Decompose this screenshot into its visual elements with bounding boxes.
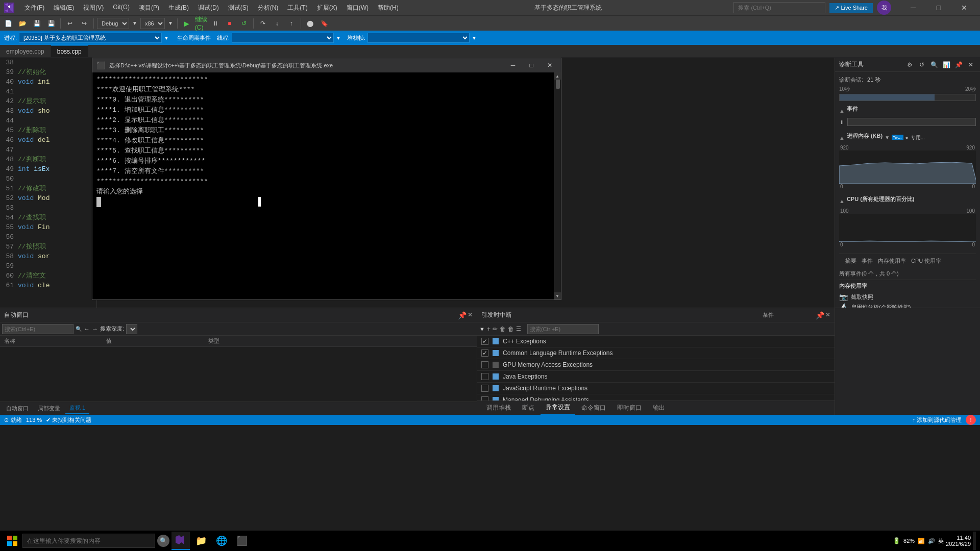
show-desktop-btn[interactable]: [973, 532, 976, 550]
bp-pin-icon[interactable]: 📌: [816, 311, 824, 319]
bp-check-gpu[interactable]: [481, 361, 488, 368]
step-out-button[interactable]: ↑: [285, 17, 298, 30]
taskbar-ie-icon[interactable]: 🌐: [212, 532, 231, 550]
pause-button[interactable]: ⏸: [209, 17, 222, 30]
stack-dropdown[interactable]: [368, 33, 470, 43]
menu-window[interactable]: 窗口(W): [342, 2, 373, 14]
tab-command[interactable]: 命令窗口: [576, 402, 611, 414]
diag-tab-memory[interactable]: 内存使用率: [876, 256, 908, 266]
diag-pin-icon[interactable]: 📌: [953, 60, 964, 70]
process-dropdown[interactable]: [20980] 基于多态的职工管理系统: [19, 33, 162, 43]
tab-locals[interactable]: 局部变量: [34, 403, 64, 414]
bp-close-icon[interactable]: ✕: [825, 311, 830, 319]
console-scroll-down[interactable]: ▼: [554, 292, 561, 299]
continue-button[interactable]: 继续(C): [195, 17, 207, 30]
diag-search-icon[interactable]: 🔍: [929, 60, 939, 70]
menu-analyze[interactable]: 分析(N): [254, 2, 283, 14]
close-button[interactable]: ✕: [952, 0, 976, 15]
diag-tab-events[interactable]: 事件: [860, 256, 875, 266]
debug-config-dropdown[interactable]: Debug: [97, 18, 129, 29]
bookmark-button[interactable]: 🔖: [318, 17, 331, 30]
notification-icon[interactable]: !: [966, 415, 976, 425]
tab-output[interactable]: 输出: [648, 402, 670, 414]
menu-test[interactable]: 测试(S): [224, 2, 253, 14]
tab-breakpoints[interactable]: 断点: [517, 402, 540, 414]
nav-forward-icon[interactable]: →: [92, 325, 98, 333]
restart-button[interactable]: ↺: [238, 17, 250, 30]
tab-immediate[interactable]: 即时窗口: [612, 402, 647, 414]
no-issues[interactable]: ✔ 未找到相关问题: [46, 416, 91, 424]
console-maximize-btn[interactable]: □: [524, 60, 538, 70]
snapshot-btn[interactable]: 截取快照: [851, 293, 873, 301]
step-into-button[interactable]: ↓: [271, 17, 283, 30]
add-bp-icon[interactable]: +: [487, 325, 491, 333]
arch-dropdown[interactable]: x86: [140, 18, 165, 29]
global-search-input[interactable]: [733, 2, 825, 13]
console-close-btn[interactable]: ✕: [543, 60, 557, 70]
auto-search-input[interactable]: [2, 324, 74, 334]
edit-bp-icon[interactable]: ✏: [493, 325, 498, 333]
start-debug-button[interactable]: ▶: [181, 17, 193, 30]
diag-settings-icon[interactable]: ⚙: [904, 60, 915, 70]
thread-dropdown[interactable]: [232, 33, 334, 43]
delete-all-bp-icon[interactable]: 🗑: [508, 325, 514, 333]
bp-check-js[interactable]: [481, 385, 488, 392]
taskbar-vs-icon[interactable]: [172, 532, 190, 550]
bp-search-input[interactable]: [527, 324, 599, 334]
minimize-button[interactable]: ─: [901, 0, 925, 15]
bp-check-java[interactable]: [481, 373, 488, 380]
diag-chart-icon[interactable]: 📊: [941, 60, 951, 70]
live-share-button[interactable]: ↗ Live Share: [829, 3, 873, 13]
events-pause-btn[interactable]: ⏸: [839, 119, 845, 125]
menu-git[interactable]: Git(G): [109, 2, 134, 14]
heap-analysis-btn[interactable]: 启用堆分析(会影响性能): [851, 304, 911, 308]
tab-auto[interactable]: 自动窗口: [2, 403, 33, 414]
tab-watch1[interactable]: 监视 1: [65, 403, 89, 414]
step-over-button[interactable]: ↷: [257, 17, 269, 30]
bp-check-cpp[interactable]: ✓: [481, 338, 488, 345]
bp-check-mda[interactable]: [481, 396, 488, 400]
console-minimize-btn[interactable]: ─: [506, 60, 520, 70]
auto-pin-icon[interactable]: 📌: [458, 311, 467, 319]
menu-edit[interactable]: 编辑(E): [50, 2, 78, 14]
bp-check-clr[interactable]: ✓: [481, 349, 488, 357]
new-file-button[interactable]: 📄: [2, 17, 14, 30]
menu-debug[interactable]: 调试(D): [194, 2, 223, 14]
tab-boss-cpp[interactable]: boss.cpp: [51, 45, 88, 57]
diag-tab-summary[interactable]: 摘要: [843, 256, 859, 266]
open-folder-button[interactable]: 📂: [16, 17, 29, 30]
depth-dropdown[interactable]: [126, 324, 137, 334]
console-scrollbar[interactable]: [554, 72, 561, 299]
save-button[interactable]: 💾: [31, 17, 43, 30]
taskbar-explorer-icon[interactable]: 📁: [192, 532, 210, 550]
maximize-button[interactable]: □: [927, 0, 950, 15]
menu-project[interactable]: 项目(P): [135, 2, 163, 14]
console-scroll-up[interactable]: ▲: [554, 72, 561, 80]
zoom-level[interactable]: 113 %: [26, 417, 42, 423]
start-button[interactable]: [4, 533, 20, 549]
save-all-button[interactable]: 💾: [45, 17, 57, 30]
menu-build[interactable]: 生成(B): [164, 2, 193, 14]
diag-tab-cpu[interactable]: CPU 使用率: [909, 256, 943, 266]
tab-employee-cpp[interactable]: employee.cpp: [0, 46, 51, 57]
taskbar-terminal-icon[interactable]: ⬛: [233, 532, 251, 550]
menu-help[interactable]: 帮助(H): [374, 2, 403, 14]
diag-refresh-icon[interactable]: ↺: [917, 60, 927, 70]
taskbar-search-icon[interactable]: 🔍: [157, 535, 169, 547]
breakpoint-button[interactable]: ⬤: [304, 17, 316, 30]
nav-back-icon[interactable]: ←: [84, 325, 90, 333]
add-scm-btn[interactable]: ↑ 添加到源代码管理: [912, 416, 962, 424]
menu-extensions[interactable]: 扩展(X): [313, 2, 341, 14]
menu-file[interactable]: 文件(F): [20, 2, 48, 14]
bp-list-icon[interactable]: ☰: [516, 325, 521, 332]
menu-view[interactable]: 视图(V): [79, 2, 108, 14]
delete-bp-icon[interactable]: 🗑: [500, 325, 506, 333]
undo-button[interactable]: ↩: [64, 17, 76, 30]
tab-exceptions[interactable]: 异常设置: [541, 401, 575, 415]
stop-button[interactable]: ■: [224, 17, 236, 30]
redo-button[interactable]: ↪: [78, 17, 90, 30]
taskbar-search-input[interactable]: [22, 534, 155, 548]
user-avatar[interactable]: 我: [877, 1, 891, 15]
menu-tools[interactable]: 工具(T): [283, 2, 311, 14]
tab-callstack[interactable]: 调用堆栈: [481, 402, 516, 414]
